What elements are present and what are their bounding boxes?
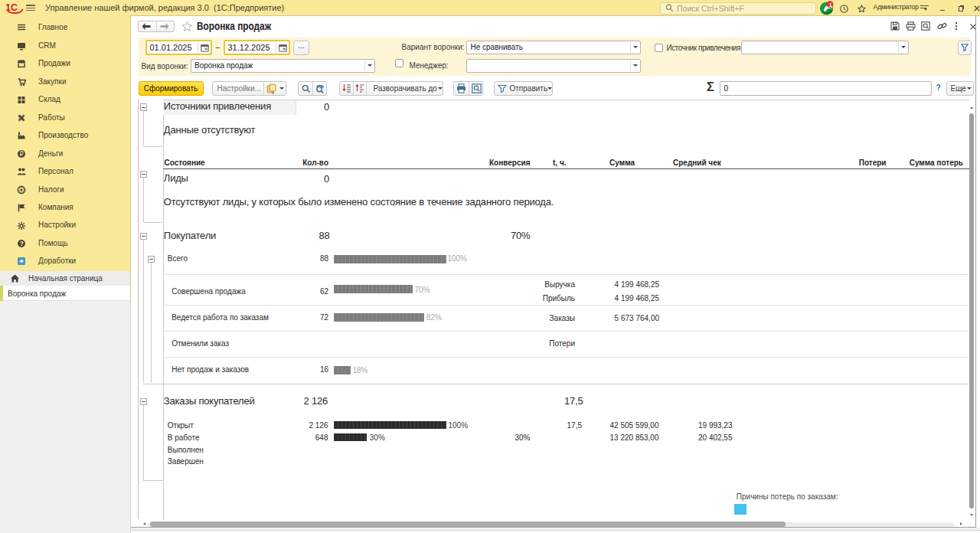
svg-text:1: 1 <box>828 1 832 8</box>
svg-text:₽: ₽ <box>20 150 24 157</box>
svg-text:?: ? <box>20 240 24 247</box>
svg-text:1С: 1С <box>5 2 18 13</box>
